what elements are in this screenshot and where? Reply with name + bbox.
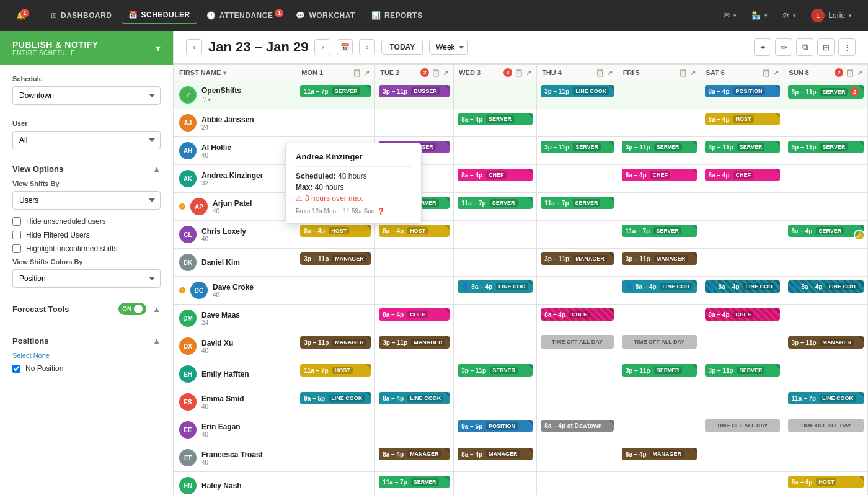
cell-wed[interactable]: 8a – 4pCHEF [454, 165, 537, 193]
shift-pill[interactable]: 3p – 11pMANAGER [300, 336, 371, 349]
shift-pill[interactable]: 11a – 7pLINE COOK [788, 392, 864, 404]
shift-pill[interactable]: 3p – 11pSERVER [705, 141, 780, 153]
cell-sun[interactable]: 11a – 7pLINE COOK [784, 388, 867, 416]
cell-sun[interactable] [784, 249, 867, 277]
cell-tue[interactable]: 8a – 4pLINE COOK [375, 388, 454, 416]
shift-pill[interactable]: 8a – 4pSERVER [458, 113, 533, 125]
cell-wed[interactable] [454, 472, 537, 496]
cell-mon[interactable]: 8a – 4pHOST [296, 221, 375, 249]
cell-sat[interactable]: TIME OFF ALL DAY [701, 416, 784, 444]
cell-mon[interactable]: 9a – 5pLINE COOK [296, 388, 375, 416]
cell-sun[interactable]: 8a – 4pHOST [784, 472, 867, 496]
thu-edit-icon[interactable]: ↗ [607, 69, 613, 77]
shift-pill[interactable]: 8a – 4pCHEF [379, 308, 450, 321]
settings-button[interactable]: ⚙ ▾ [776, 7, 802, 24]
cell-mon[interactable]: 11a – 7pHOST [296, 360, 375, 388]
cell-tue[interactable] [375, 277, 454, 305]
sun-edit-icon[interactable]: ↗ [857, 69, 862, 77]
cell-fri[interactable]: TIME OFF ALL DAY [618, 332, 701, 360]
scheduler-nav-button[interactable]: 📅 SCHEDULER [122, 7, 197, 24]
cell-thu[interactable] [537, 109, 618, 137]
sun-copy-icon[interactable]: 📋 [846, 69, 854, 77]
shift-pill[interactable]: 11a – 7pSERVER [622, 225, 697, 237]
cell-sun[interactable]: 8a – 4pSERVER👍 [784, 221, 867, 249]
cell-sun[interactable] [784, 444, 867, 472]
shift-pill[interactable]: 11a – 7pSERVER [541, 197, 614, 209]
cell-fri[interactable]: 3p – 11pSERVER [618, 137, 701, 165]
cell-sat[interactable]: 8a – 4pPOSITION [701, 81, 784, 109]
cell-mon[interactable] [296, 277, 375, 305]
cell-sat[interactable] [701, 332, 784, 360]
cell-fri[interactable]: 👤8a – 4pLINE COO [618, 277, 701, 305]
shift-pill[interactable]: 11a – 7pSERVER [300, 85, 371, 97]
mon-copy-icon[interactable]: 📋 [353, 69, 361, 77]
cell-thu[interactable]: 8a – 4p at Dowtown [537, 416, 618, 444]
cell-wed[interactable] [454, 388, 537, 416]
cell-mon[interactable]: 11a – 7pSERVER [296, 81, 375, 109]
shift-pill[interactable]: 8a – 4pHOST [705, 113, 780, 125]
cell-sat[interactable] [701, 249, 784, 277]
shift-pill[interactable]: 3p – 11pSERVER [705, 364, 780, 377]
forecast-toggle[interactable]: ON [118, 303, 146, 315]
cell-thu[interactable] [537, 360, 618, 388]
shift-pill[interactable]: 3p – 11pSERVER2 [788, 85, 864, 99]
cell-sat[interactable] [701, 193, 784, 221]
next-week-button[interactable]: › [314, 39, 330, 55]
cell-sat[interactable]: 3p – 11pSERVER [701, 360, 784, 388]
cell-thu[interactable]: TIME OFF ALL DAY [537, 332, 618, 360]
cell-wed[interactable]: 8a – 4pSERVER [454, 109, 537, 137]
star-action-button[interactable]: ✦ [754, 38, 771, 56]
cell-fri[interactable]: 11a – 7pSERVER [618, 221, 701, 249]
calendar-picker-button[interactable]: 📅 [337, 39, 353, 55]
view-colors-dropdown[interactable]: Position [12, 269, 161, 288]
shift-pill[interactable]: 3p – 11pSERVER [541, 141, 614, 153]
cell-sun[interactable] [784, 360, 867, 388]
shift-pill[interactable]: 3p – 11pSERVER [622, 364, 697, 377]
cell-tue[interactable] [375, 249, 454, 277]
cell-fri[interactable] [618, 416, 701, 444]
cell-fri[interactable] [618, 109, 701, 137]
shift-pill[interactable]: 8a – 4pMANAGER [458, 448, 533, 460]
cell-sun[interactable] [784, 305, 867, 332]
cell-mon[interactable]: 3p – 11pMANAGER [296, 249, 375, 277]
cell-mon[interactable] [296, 416, 375, 444]
shift-pill[interactable]: 11a – 7pSERVER [458, 197, 533, 209]
cell-tue[interactable] [375, 416, 454, 444]
week-view-select[interactable]: Week [429, 40, 468, 55]
workchat-nav-button[interactable]: 💬 WORKCHAT [290, 7, 361, 24]
publish-notify-button[interactable]: PUBLISH & NOTIFY ENTIRE SCHEDULE ▾ [0, 31, 173, 65]
shift-pill[interactable]: 3p – 11pSERVER [458, 364, 533, 377]
cell-tue[interactable]: 8a – 4pMANAGER [375, 444, 454, 472]
cell-fri[interactable]: 8a – 4pCHEF [618, 165, 701, 193]
cell-wed[interactable]: 9a – 5pPOSITION [454, 416, 537, 444]
sat-copy-icon[interactable]: 📋 [762, 69, 771, 77]
shift-pill[interactable]: 8a – 4p at Dowtown [541, 420, 614, 432]
cell-wed[interactable]: 👤8a – 4pLINE COO [454, 277, 537, 305]
cell-thu[interactable] [537, 221, 618, 249]
user-menu-button[interactable]: L Lorie ▾ [805, 5, 858, 26]
cell-thu[interactable]: 3p – 11pSERVER [537, 137, 618, 165]
cell-thu[interactable]: 11a – 7pSERVER [537, 193, 618, 221]
cell-fri[interactable] [618, 305, 701, 332]
shift-pill[interactable]: 11a – 7pHOST [300, 364, 371, 377]
cell-thu[interactable]: 3p – 11pMANAGER [537, 249, 618, 277]
cell-tue[interactable]: 11a – 7pSERVER [375, 472, 454, 496]
cell-thu[interactable] [537, 165, 618, 193]
shift-pill[interactable]: 3p – 11pMANAGER [541, 252, 614, 265]
sat-edit-icon[interactable]: ↗ [773, 69, 779, 77]
thu-copy-icon[interactable]: 📋 [596, 69, 604, 77]
shift-pill[interactable]: 11a – 7pSERVER [379, 476, 450, 488]
shift-pill[interactable]: 8a – 4pCHEF [458, 169, 533, 181]
cell-sun[interactable]: 3p – 11pSERVER2 [784, 81, 867, 109]
cell-wed[interactable] [454, 137, 537, 165]
cell-thu[interactable] [537, 388, 618, 416]
shift-pill[interactable]: 8a – 4pSERVER👍 [788, 225, 864, 237]
cell-fri[interactable] [618, 388, 701, 416]
shift-pill[interactable]: 8a – 4pCHEF [622, 169, 697, 181]
cell-tue[interactable] [375, 109, 454, 137]
cell-wed[interactable]: 8a – 4pMANAGER [454, 444, 537, 472]
shift-pill[interactable]: 8a – 4pHOST [300, 225, 371, 237]
dashboard-nav-button[interactable]: ⊞ DASHBOARD [45, 7, 118, 24]
cell-mon[interactable] [296, 472, 375, 496]
cell-wed[interactable]: 11a – 7pSERVER [454, 193, 537, 221]
